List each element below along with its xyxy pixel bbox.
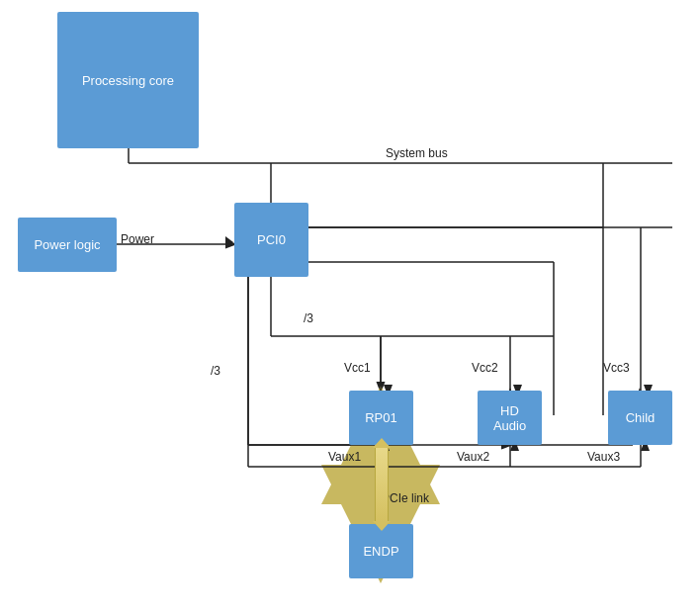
diagram: Processing core Power logic PCI0 RP01 HD…	[0, 0, 700, 615]
power-label: Power	[121, 232, 154, 246]
pcie-arrowhead-up	[373, 438, 391, 448]
pci0-block: PCI0	[234, 203, 308, 277]
vcc3-label: Vcc3	[603, 361, 630, 375]
endp-block: ENDP	[349, 524, 413, 578]
child-block: Child	[608, 391, 672, 445]
vaux1-label: Vaux1	[328, 450, 361, 464]
power-arrow-icon	[225, 236, 233, 248]
hd-audio-block: HD Audio	[478, 391, 542, 445]
slash3-left-label: /3	[211, 364, 220, 378]
pcie-arrow-body	[375, 445, 389, 524]
rp01-block: RP01	[349, 391, 413, 445]
vaux3-label: Vaux3	[587, 450, 620, 464]
vcc2-label: Vcc2	[472, 361, 498, 375]
vcc1-label: Vcc1	[344, 361, 371, 375]
vaux2-label: Vaux2	[457, 450, 489, 464]
processing-core-block: Processing core	[57, 12, 199, 148]
pcie-link-label: PCIe link	[382, 491, 429, 505]
pcie-arrowhead-down	[373, 521, 391, 531]
power-logic-block: Power logic	[18, 218, 117, 272]
system-bus-label: System bus	[386, 146, 448, 160]
slash3-top-label: /3	[304, 311, 313, 325]
